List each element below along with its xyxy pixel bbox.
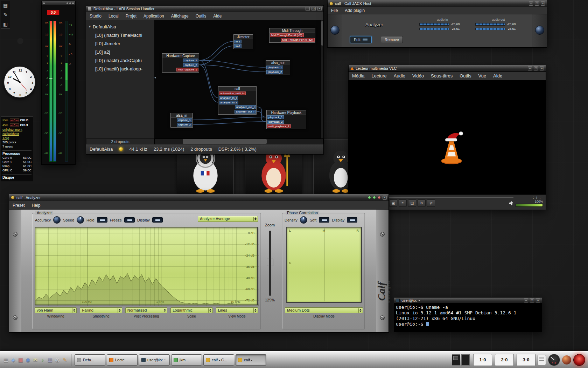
speed-knob[interactable] [77, 216, 84, 224]
taskbar-task[interactable]: calf - C... [203, 354, 234, 366]
launcher-drives[interactable]: ▦ [47, 357, 53, 363]
volume-slider[interactable] [516, 204, 543, 207]
close-button[interactable]: × [540, 66, 544, 70]
ladi-menu-6[interactable]: Aide [210, 12, 225, 20]
pager-desktop-2[interactable] [461, 354, 470, 366]
port-capture-1[interactable]: capture_1 [183, 59, 198, 62]
launcher-shield[interactable]: ◈ [10, 357, 16, 363]
density-knob[interactable] [300, 216, 307, 224]
workspace-2-0[interactable]: 2-0 [495, 354, 514, 366]
vlc-menu-4[interactable]: Sous-titres [427, 72, 456, 80]
process-link[interactable]: Xorg [2, 136, 31, 140]
port-analyzer-in-r[interactable]: analyzer_in_r [219, 101, 238, 104]
port-midi-playback-1[interactable]: midi_playback_1 [267, 124, 291, 128]
graph-node-jkmeter[interactable]: Jkmeterin-1in-2 [233, 34, 253, 49]
minimize-button[interactable]: – [306, 7, 310, 11]
vlc-menu-3[interactable]: Vidéo [409, 72, 427, 80]
hold-toggle[interactable] [97, 217, 107, 223]
random-button[interactable]: ⇄ [427, 199, 435, 207]
maximize-button[interactable] [69, 2, 71, 4]
extended-settings-button[interactable]: ≡ [399, 199, 407, 207]
display-mode-combo[interactable]: Medium Dots [285, 307, 363, 313]
graph-node-hardware-playback[interactable]: Hardware Playbackplayback_1playback_2mid… [266, 110, 306, 129]
close-button[interactable]: × [536, 298, 540, 302]
pencil-icon[interactable]: ✎ [1, 12, 10, 18]
launcher-mail[interactable]: ✉ [32, 357, 38, 363]
analyzer-menu-0[interactable]: Preset [9, 202, 28, 209]
maximize-button[interactable]: □ [312, 7, 316, 11]
edit-plugin-button[interactable]: Edit [350, 36, 372, 43]
clipboard-icon[interactable] [538, 355, 546, 365]
loop-button[interactable]: ↻ [418, 199, 426, 207]
analyzer-titlebar[interactable]: calf - Analyzer × [9, 194, 388, 201]
terminal-prompt[interactable]: user@io:~$ [396, 321, 540, 327]
canvas-vertical-scrollbar[interactable] [321, 20, 323, 138]
port-in-2[interactable]: in-2 [234, 44, 241, 48]
pane-splitter-arrow[interactable]: ◂ [154, 76, 156, 79]
workspace-grid-icon[interactable]: ▦ [1, 2, 10, 8]
display-toggle[interactable] [347, 217, 357, 223]
tree-item-4[interactable]: [L0] (inactif) jack-aloop- [86, 64, 154, 73]
port-automation-midi-in[interactable]: automation_midi_in [219, 91, 246, 95]
display-toggle[interactable] [152, 217, 163, 223]
freeze-toggle[interactable] [124, 217, 135, 223]
remove-plugin-button[interactable]: Remove [381, 36, 403, 43]
launcher-media-player[interactable]: ♪ [40, 357, 46, 363]
taskbar-task[interactable]: jkm... [171, 354, 202, 366]
fullscreen-button[interactable]: ▣ [389, 199, 397, 207]
maximize-button[interactable]: □ [535, 1, 539, 6]
patchbay-canvas[interactable]: Jkmeterin-1in-2Midi ThroughMidi Through … [154, 20, 323, 138]
taskbar-task[interactable]: Lecte... [107, 354, 138, 366]
graph-node-alsa-in[interactable]: alsa_incapture_1capture_2 [170, 113, 193, 128]
close-button[interactable]: × [317, 7, 322, 11]
minimize-button[interactable]: – [529, 1, 533, 6]
minimize-button[interactable] [66, 2, 68, 4]
workspace-pager[interactable] [452, 354, 470, 366]
cpufreq-gauge[interactable]: 1.2 [548, 354, 560, 366]
graph-node-calf[interactable]: calfautomation_midi_inanalyzer_in_lanaly… [218, 86, 257, 115]
port-analyzer-in-l[interactable]: analyzer_in_l [219, 96, 238, 100]
analyzer-menu-1[interactable]: Help [28, 202, 44, 209]
launcher-file-manager[interactable]: ▤ [3, 357, 9, 363]
vlc-menu-1[interactable]: Lecture [368, 72, 390, 80]
tree-item-0[interactable]: [L0] (inactif) TimeMachi [86, 31, 154, 39]
view-mode-combo[interactable]: Lines [216, 307, 258, 313]
terminal-titlebar[interactable]: user@io: ~ – □ × [394, 298, 542, 304]
graph-node-midi-through[interactable]: Midi ThroughMidi Through Port-0 (a2j)Mid… [269, 28, 315, 43]
port-midi-capture-1[interactable]: midi_capture_1 [176, 68, 198, 71]
calf-host-titlebar[interactable]: calf - Calf JACK Host – □ × [328, 0, 547, 7]
workspace-1-0[interactable]: 1-0 [473, 354, 492, 366]
windowing-combo[interactable]: von Hann [35, 307, 77, 313]
input-gain-knob[interactable] [330, 26, 340, 35]
zoom-slider[interactable] [269, 231, 271, 296]
canvas-horizontal-scrollbar[interactable] [154, 138, 323, 144]
launcher-editor[interactable]: ✎ [62, 357, 68, 363]
maximize-button[interactable]: □ [534, 66, 538, 70]
port-analyzer-out-l[interactable]: analyzer_out_l [235, 105, 256, 109]
pager-desktop-1[interactable] [452, 354, 460, 366]
maximize-button[interactable]: □ [530, 298, 534, 302]
playlist-button[interactable]: ▤ [408, 199, 416, 207]
minimize-button[interactable]: – [524, 298, 528, 302]
port-playback-2[interactable]: playback_2 [266, 70, 283, 74]
vlc-menu-5[interactable]: Outils [456, 72, 475, 80]
port-playback-1[interactable]: playback_1 [267, 115, 284, 119]
vlc-menu-7[interactable]: Aide [490, 72, 506, 80]
calf-host-menu-0[interactable]: File [328, 7, 341, 14]
accuracy-knob[interactable] [53, 216, 61, 224]
tree-item-2[interactable]: [L0] a2j [86, 48, 154, 56]
analyzer-mode-combo[interactable]: Analyzer Average [198, 216, 258, 222]
tree-item-root[interactable]: ▼DefaultAlsa [86, 22, 154, 31]
port-playback-2[interactable]: playback_2 [267, 120, 284, 124]
process-link[interactable]: calfjackhost [2, 132, 31, 136]
port-midi-through-port-0-a2j-[interactable]: Midi Through Port-0 (a2j) [281, 38, 315, 42]
ladi-menu-3[interactable]: Application [140, 12, 168, 20]
port-in-1[interactable]: in-1 [234, 40, 241, 43]
tree-item-1[interactable]: [L0] Jkmeter [86, 39, 154, 48]
vlc-menu-2[interactable]: Audio [390, 72, 409, 80]
ladi-menu-0[interactable]: Studio [86, 12, 105, 20]
launcher-web-browser[interactable]: ◉ [25, 357, 31, 363]
soft-toggle[interactable] [319, 217, 329, 223]
terminal-content[interactable]: user@io:~$ uname -aLinux io 3.12-1-amd64… [394, 304, 542, 332]
workspace-3-0[interactable]: 3-0 [517, 354, 536, 366]
